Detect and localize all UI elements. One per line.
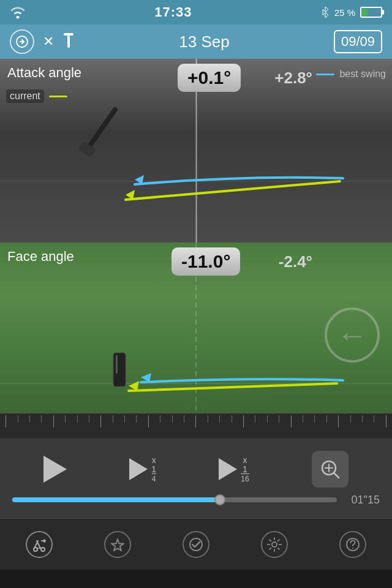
zoom-icon: [319, 458, 341, 480]
tab-bar: [0, 518, 392, 570]
playback-buttons: x 1 4 x 1 16: [12, 451, 380, 488]
attack-angle-label: Attack angle: [7, 65, 81, 81]
help-tab-icon: [339, 531, 366, 558]
attack-angle-section: Attack angle current best swing +0.1° +2…: [0, 59, 392, 243]
nav-score[interactable]: 09/09: [334, 30, 382, 53]
favorites-tab-icon: [104, 531, 131, 558]
tab-swing[interactable]: [26, 531, 53, 558]
status-right: 25 %: [321, 6, 382, 18]
tee-icon: [62, 33, 75, 50]
current-text: current: [6, 89, 44, 103]
svg-marker-12: [129, 381, 139, 391]
svg-line-16: [334, 473, 339, 478]
face-angle-label: Face angle: [7, 249, 74, 265]
face-angle-arrow-icon: ←: [325, 307, 380, 363]
attack-angle-secondary: +2.8°: [274, 69, 312, 88]
progress-thumb[interactable]: [214, 494, 225, 505]
status-time: 17:33: [154, 4, 192, 20]
settings-tab-icon: [261, 531, 288, 558]
nav-bar: ✕ 13 Sep 09/09: [0, 24, 392, 59]
svg-point-24: [352, 548, 353, 549]
quarter-speed-label: x 1 4: [151, 455, 156, 483]
svg-rect-1: [64, 33, 74, 36]
face-angle-secondary: -2.4°: [279, 252, 312, 271]
progress-fill: [12, 497, 220, 502]
bluetooth-icon: [321, 6, 330, 18]
face-angle-value: -11.0°: [181, 251, 230, 271]
wifi-icon: [10, 6, 26, 18]
svg-point-20: [41, 548, 45, 551]
attack-angle-value: +0.1°: [187, 67, 231, 88]
status-bar: 17:33 25 %: [0, 0, 392, 24]
best-swing-line: [316, 74, 334, 75]
nav-left-icons[interactable]: ✕: [10, 29, 75, 54]
quarter-speed-button[interactable]: x 1 4: [129, 455, 156, 483]
sixteenth-speed-triangle-icon: [219, 458, 237, 480]
svg-rect-7: [86, 107, 118, 149]
tab-settings[interactable]: [261, 531, 288, 558]
tab-favorites[interactable]: [104, 531, 131, 558]
nav-date: 13 Sep: [179, 32, 229, 51]
zoom-button[interactable]: [312, 451, 349, 488]
best-swing-text: best swing: [339, 69, 386, 80]
svg-rect-13: [113, 353, 126, 386]
quarter-speed-triangle-icon: [129, 458, 148, 480]
play-triangle-icon: [43, 456, 67, 483]
ruler: [0, 413, 392, 439]
battery-percent: 25 %: [334, 7, 355, 18]
svg-point-22: [272, 542, 277, 547]
svg-rect-14: [116, 355, 118, 374]
swing-tab-icon: [26, 531, 53, 558]
sixteenth-speed-button[interactable]: x 1 16: [219, 455, 249, 483]
tab-check[interactable]: [183, 531, 209, 558]
status-left: [10, 6, 26, 18]
play-button[interactable]: [43, 456, 67, 483]
face-angle-section: Face angle -11.0° -2.4° ←: [0, 243, 392, 439]
close-button[interactable]: ✕: [43, 34, 54, 50]
face-angle-value-box: -11.0°: [172, 247, 240, 276]
attack-angle-value-box: +0.1°: [178, 64, 241, 92]
battery-icon: [360, 7, 382, 18]
progress-track[interactable]: [12, 497, 337, 502]
sixteenth-speed-label: x 1 16: [241, 455, 249, 483]
back-button[interactable]: [10, 29, 34, 54]
progress-container: 01"15: [12, 494, 380, 507]
best-swing-indicator: best swing: [316, 69, 386, 80]
check-tab-icon: [183, 531, 209, 558]
ruler-ticks: [0, 413, 392, 439]
playback-bar: x 1 4 x 1 16: [0, 439, 392, 518]
current-indicator: current: [6, 89, 67, 103]
current-line: [49, 96, 67, 97]
svg-rect-2: [67, 36, 70, 48]
tab-help[interactable]: [339, 531, 366, 558]
progress-time: 01"15: [343, 494, 380, 507]
